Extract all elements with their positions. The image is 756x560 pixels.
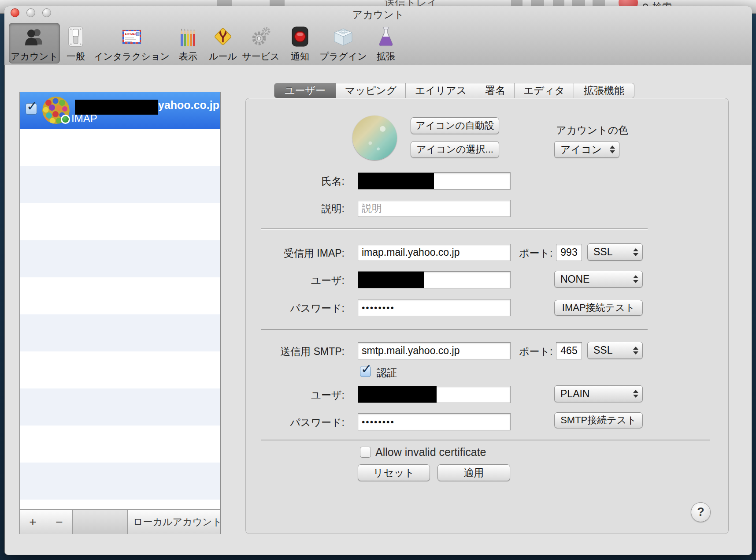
stepper-arrows-icon <box>633 275 638 283</box>
smtp-security-popup[interactable]: PLAIN <box>554 385 643 402</box>
imap-password-label: パスワード: <box>220 302 345 315</box>
smtp-port-label: ポート: <box>519 345 552 358</box>
allow-invalid-cert-label: Allow invalid certificate <box>375 446 486 459</box>
toolbar-item-rules[interactable]: ルール <box>203 23 243 63</box>
toolbar-label: 一般 <box>58 50 93 63</box>
smtp-password-label: パスワード: <box>220 416 345 429</box>
redaction-bar <box>358 386 437 403</box>
stepper-arrows-icon <box>633 347 638 355</box>
apply-button[interactable]: 適用 <box>437 464 510 481</box>
smtp-server-field[interactable] <box>358 342 511 359</box>
imap-security-popup[interactable]: NONE <box>554 271 643 287</box>
name-label: 氏名: <box>220 175 345 188</box>
checkmark: ✓ <box>361 361 372 377</box>
zoom-button[interactable] <box>42 8 51 17</box>
toolbar-item-notification[interactable]: 通知 <box>284 23 316 63</box>
description-label: 説明: <box>220 202 345 216</box>
tab-alias[interactable]: エイリアス <box>406 83 476 98</box>
account-enabled-checkbox[interactable]: ✓ <box>26 103 37 115</box>
allow-invalid-cert-checkbox[interactable] <box>360 447 371 458</box>
smtp-password-field[interactable] <box>358 413 511 430</box>
window-title: アカウント <box>4 8 752 22</box>
imap-port-field[interactable] <box>556 244 582 261</box>
close-button[interactable] <box>11 8 19 17</box>
account-color-label: アカウントの色 <box>556 123 628 137</box>
smtp-server-label: 送信用 SMTP: <box>220 345 345 358</box>
toolbar-item-services[interactable]: サービス <box>240 23 282 63</box>
divider <box>261 329 648 330</box>
toolbar-item-extension[interactable]: 拡張 <box>370 23 402 63</box>
pencils-icon <box>170 23 206 48</box>
toolbar-label: 通知 <box>284 50 316 63</box>
popup-value: SSL <box>593 344 612 356</box>
imap-ssl-popup[interactable]: SSL <box>587 243 643 261</box>
remove-account-button[interactable]: − <box>46 510 73 534</box>
checkmark: ✓ <box>26 98 37 114</box>
tab-signature[interactable]: 署名 <box>476 83 515 98</box>
redaction-bar <box>358 272 424 288</box>
airmail-envelope-icon: AIR MAIL <box>93 23 170 48</box>
account-domain: yahoo.co.jp <box>158 99 219 112</box>
divider <box>261 440 710 441</box>
flask-icon <box>370 23 402 48</box>
online-status-dot <box>61 115 70 124</box>
toolbar-item-accounts[interactable]: アカウント <box>9 23 60 63</box>
stepper-arrows-icon <box>633 248 638 256</box>
toolbar-label: サービス <box>240 50 282 63</box>
tab-mapping[interactable]: マッピング <box>336 83 406 98</box>
smtp-test-button[interactable]: SMTP接続テスト <box>554 412 643 428</box>
popup-value: PLAIN <box>560 388 589 400</box>
accounts-icon <box>9 23 60 48</box>
add-account-button[interactable]: + <box>20 510 46 534</box>
minimize-button[interactable] <box>26 8 35 17</box>
account-protocol: IMAP <box>71 112 97 125</box>
smtp-port-field[interactable] <box>556 342 582 359</box>
footer-spacer <box>73 510 128 534</box>
toolbar-label: ルール <box>203 50 243 63</box>
stepper-arrows-icon <box>610 146 615 153</box>
choose-icon-button[interactable]: アイコンの選択... <box>411 141 499 158</box>
divider <box>261 228 648 230</box>
imap-server-label: 受信用 IMAP: <box>220 246 345 260</box>
help-button[interactable]: ? <box>691 502 711 522</box>
smtp-user-label: ユーザ: <box>220 388 345 402</box>
imap-server-field[interactable] <box>358 244 511 261</box>
toolbar-label: アカウント <box>9 50 60 63</box>
toolbar-item-general[interactable]: 一般 <box>58 23 93 63</box>
redaction-bar <box>358 173 434 189</box>
smtp-auth-checkbox[interactable]: ✓ <box>360 366 371 377</box>
toolbar-label: 拡張 <box>370 50 402 63</box>
account-list-footer: + − ローカルアカウントを <box>20 509 220 534</box>
tab-bar: ユーザー マッピング エイリアス 署名 エディタ 拡張機能 <box>274 83 634 98</box>
add-local-account-button[interactable]: ローカルアカウントを <box>128 510 220 534</box>
imap-port-label: ポート: <box>519 246 552 260</box>
popup-value: SSL <box>593 246 612 258</box>
description-field[interactable] <box>358 200 511 217</box>
popup-value: アイコン <box>560 143 602 157</box>
imap-password-field[interactable] <box>358 299 511 316</box>
account-list-empty-rows <box>20 129 220 509</box>
gears-icon <box>240 23 282 48</box>
toolbar-item-plugin[interactable]: プラグイン <box>319 23 368 63</box>
reset-button[interactable]: リセット <box>358 464 430 481</box>
smtp-ssl-popup[interactable]: SSL <box>587 342 643 359</box>
account-icon-well[interactable] <box>352 116 397 160</box>
account-color-popup[interactable]: アイコン <box>554 141 619 158</box>
auto-icon-button[interactable]: アイコンの自動設 <box>411 117 499 134</box>
tab-user[interactable]: ユーザー <box>274 83 336 98</box>
tab-extensions[interactable]: 拡張機能 <box>574 83 634 98</box>
stepper-arrows-icon <box>633 390 638 398</box>
smtp-auth-label: 認証 <box>377 366 397 380</box>
imap-user-label: ユーザ: <box>220 274 345 287</box>
switch-icon <box>58 23 93 48</box>
toolbar-item-display[interactable]: 表示 <box>170 23 206 63</box>
tab-editor[interactable]: エディタ <box>515 83 574 98</box>
popup-value: NONE <box>560 273 589 285</box>
toolbar-item-interaction[interactable]: AIR MAIL インタラクション <box>93 23 170 63</box>
toolbar-label: 表示 <box>170 50 206 63</box>
toolbar-label: インタラクション <box>93 50 170 63</box>
toolbar-label: プラグイン <box>319 50 368 63</box>
road-sign-icon <box>203 23 243 48</box>
imap-test-button[interactable]: IMAP接続テスト <box>554 300 643 316</box>
airmail-text: AIR MAIL <box>125 33 137 36</box>
